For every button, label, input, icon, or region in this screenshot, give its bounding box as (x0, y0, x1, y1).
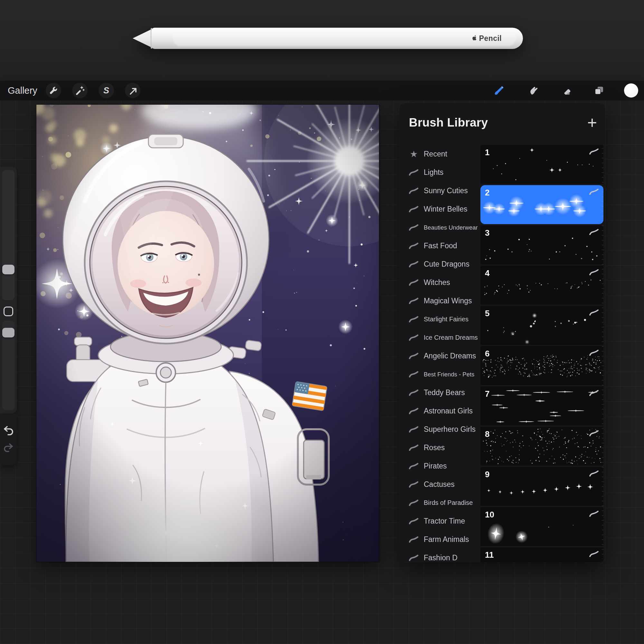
brush-stroke-icon (589, 390, 600, 397)
brush-set-item[interactable]: Teddy Bears (404, 384, 481, 402)
brush-set-item[interactable]: Winter Belles (404, 200, 481, 218)
eraser-icon (562, 85, 572, 96)
brush-stroke-icon (409, 261, 419, 268)
brush-preview (480, 547, 603, 562)
brush-item[interactable]: 4 (480, 266, 603, 305)
brush-stroke-icon (409, 389, 419, 396)
brush-stroke-icon (409, 169, 419, 176)
pencil-engraving: Pencil (471, 34, 502, 43)
adjustments-button[interactable] (72, 83, 88, 98)
brush-item[interactable]: 5 (480, 306, 603, 345)
transform-arrow-icon (128, 86, 137, 95)
brush-item[interactable]: 9 (480, 467, 603, 506)
brush-set-item[interactable]: Birds of Paradise (404, 494, 481, 512)
workspace: Brush Library + ★ Recent Lights Sunny Cu… (0, 100, 644, 644)
brush-size-handle[interactable] (2, 265, 14, 274)
brush-stroke-icon (409, 499, 419, 507)
brush-set-item[interactable]: ★ Recent (404, 145, 481, 163)
canvas[interactable] (36, 105, 379, 562)
brush-preview (480, 386, 603, 425)
brush-item[interactable]: 6 (480, 346, 603, 385)
brush-stroke-icon (589, 188, 600, 195)
pencil-flat-edge (172, 30, 516, 47)
brush-size-slider[interactable] (2, 170, 14, 300)
gallery-button[interactable]: Gallery (8, 81, 37, 100)
brush-list: 1 2 3 4 5 6 (480, 145, 603, 562)
brush-set-item[interactable]: Ice Cream Dreams (404, 328, 481, 347)
erase-tool-button[interactable] (559, 83, 574, 98)
brush-stroke-icon (409, 463, 419, 470)
brush-set-item[interactable]: Fast Food (404, 237, 481, 255)
modify-button[interactable] (4, 307, 13, 316)
brush-item[interactable]: 8 (480, 427, 603, 466)
smudge-icon (528, 85, 539, 96)
brush-set-item[interactable]: Fashion D (404, 549, 481, 562)
brush-library-header: Brush Library + (409, 116, 597, 129)
brush-set-item[interactable]: Astronaut Girls (404, 402, 481, 420)
actions-button[interactable] (46, 83, 61, 98)
brush-preview (480, 266, 603, 305)
brush-stroke-icon (589, 470, 600, 477)
opacity-handle[interactable] (2, 328, 14, 337)
scrollbar (602, 148, 603, 559)
pencil-label: Pencil (479, 34, 502, 43)
brush-preview (480, 225, 603, 264)
sidebar-sliders (0, 167, 17, 413)
brush-stroke-icon (409, 206, 419, 213)
main-toolbar: Gallery S (0, 81, 644, 100)
brush-set-item[interactable]: Magical Wings (404, 292, 481, 310)
brush-set-item[interactable]: Cactuses (404, 475, 481, 494)
brush-set-item[interactable]: Farm Animals (404, 530, 481, 549)
brush-preview (480, 145, 603, 184)
selection-button[interactable]: S (99, 83, 114, 98)
brush-stroke-icon (409, 316, 419, 323)
apple-logo-icon (471, 35, 478, 42)
brush-item[interactable]: 1 (480, 145, 603, 184)
brush-stroke-icon (589, 349, 600, 356)
undo-button[interactable] (3, 425, 14, 436)
brush-set-item[interactable]: Lights (404, 163, 481, 182)
brush-preview (480, 467, 603, 506)
brush-stroke-icon (409, 279, 419, 286)
brush-set-item[interactable]: Beauties Underwear (404, 218, 481, 237)
brush-item[interactable]: 10 (480, 507, 603, 546)
brush-stroke-icon (589, 269, 600, 276)
brush-set-item[interactable]: Witches (404, 273, 481, 292)
brush-set-item[interactable]: Superhero Girls (404, 420, 481, 439)
star-icon: ★ (410, 150, 418, 159)
brush-stroke-icon (409, 334, 419, 341)
brush-preview (480, 427, 603, 466)
redo-button[interactable] (3, 442, 14, 453)
brush-set-item[interactable]: Roses (404, 439, 481, 457)
brush-item[interactable]: 11 (480, 547, 603, 562)
brush-set-item[interactable]: Sunny Cuties (404, 182, 481, 200)
brush-stroke-icon (409, 426, 419, 433)
brush-item[interactable]: 3 (480, 225, 603, 264)
color-well[interactable] (624, 83, 638, 98)
brush-set-item[interactable]: Angelic Dreams (404, 347, 481, 365)
brush-set-item[interactable]: Pirates (404, 457, 481, 475)
add-brush-button[interactable]: + (587, 117, 597, 128)
smudge-tool-button[interactable] (526, 83, 541, 98)
brush-stroke-icon (409, 242, 419, 250)
brush-set-item[interactable]: Starlight Fairies (404, 310, 481, 328)
brush-set-list: ★ Recent Lights Sunny Cuties Winter Bell… (404, 145, 481, 562)
brush-item[interactable]: 2 (480, 185, 603, 224)
layers-button[interactable] (591, 83, 607, 98)
brush-stroke-icon (409, 518, 419, 525)
brush-stroke-icon (589, 551, 600, 558)
transform-button[interactable] (125, 83, 140, 98)
brush-preview (480, 185, 603, 224)
pencil-body: Pencil (151, 28, 523, 49)
brush-item[interactable]: 7 (480, 386, 603, 425)
paint-tool-button[interactable] (491, 83, 507, 98)
brush-set-item[interactable]: Tractor Time (404, 512, 481, 530)
brush-set-item[interactable]: Cute Dragons (404, 255, 481, 273)
svg-text:S: S (103, 86, 109, 95)
brush-set-item[interactable]: Best Friends - Pets (404, 365, 481, 384)
brush-stroke-icon (409, 536, 419, 543)
brush-stroke-icon (409, 187, 419, 194)
apple-pencil: Pencil (133, 28, 523, 49)
astronaut-artwork (36, 105, 379, 562)
brush-stroke-icon (589, 430, 600, 437)
